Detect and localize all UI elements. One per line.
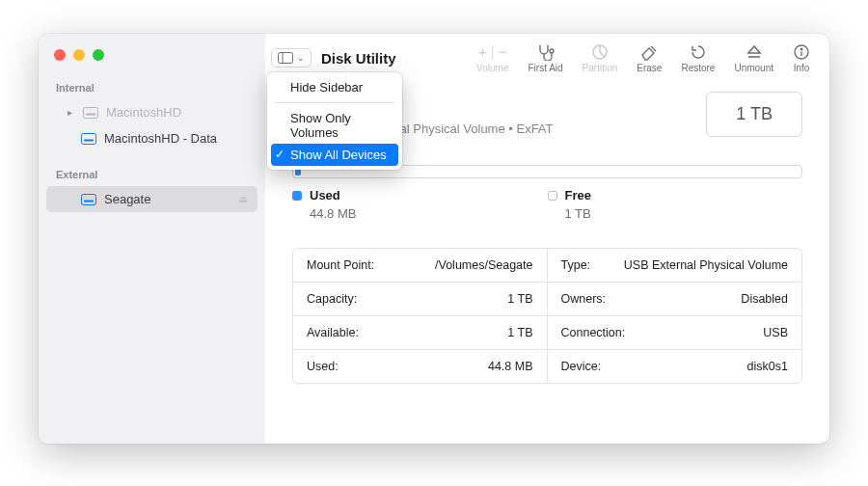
toolbar-label: Partition	[583, 63, 618, 73]
chevron-down-icon: ⌄	[297, 53, 305, 63]
free-swatch-icon	[548, 191, 557, 201]
svg-rect-1	[86, 113, 95, 115]
external-disk-icon	[81, 194, 96, 205]
usage-legend: Used 44.8 MB Free 1 TB	[292, 188, 802, 221]
internal-disk-icon	[83, 107, 98, 119]
toolbar-unmount-button[interactable]: Unmount	[726, 43, 781, 73]
sidebar: Internal ▸ MacintoshHD MacintoshHD - Dat…	[39, 34, 265, 444]
close-window-button[interactable]	[54, 49, 66, 61]
legend-free-value: 1 TB	[565, 206, 803, 221]
info-row: Type:USB External Physical Volume	[548, 249, 802, 283]
toolbar-restore-button[interactable]: Restore	[673, 43, 722, 73]
dropdown-hide-sidebar[interactable]: Hide Sidebar	[267, 76, 402, 98]
minus-icon: −	[499, 43, 507, 60]
disclosure-chevron-icon[interactable]: ▸	[68, 107, 75, 118]
capacity-box: 1 TB	[706, 92, 802, 137]
main-panel: ⌄ Disk Utility +|− Volume First Aid Part…	[265, 34, 829, 444]
sidebar-section-internal: Internal	[39, 78, 265, 99]
window-title: Disk Utility	[321, 50, 396, 67]
window-controls	[39, 45, 265, 78]
info-row: Used:44.8 MB	[293, 350, 548, 383]
info-row: Device:disk0s1	[548, 350, 802, 383]
svg-point-12	[800, 48, 802, 50]
restore-icon	[690, 43, 707, 61]
info-row: Connection:USB	[548, 316, 802, 350]
sidebar-item-label: MacintoshHD	[106, 105, 248, 120]
stethoscope-icon	[536, 43, 556, 61]
used-swatch-icon	[292, 191, 302, 201]
zoom-window-button[interactable]	[93, 49, 104, 61]
svg-rect-4	[82, 194, 96, 204]
dropdown-show-only-volumes[interactable]: Show Only Volumes	[267, 107, 402, 144]
sidebar-layout-icon	[278, 52, 293, 64]
sidebar-section-external: External	[39, 165, 265, 186]
eject-icon	[746, 43, 763, 61]
toolbar-label: Erase	[637, 63, 662, 73]
sidebar-item-seagate[interactable]: Seagate ⏏	[46, 186, 258, 212]
checkmark-icon: ✓	[275, 148, 285, 161]
svg-rect-6	[279, 53, 293, 64]
view-dropdown: Hide Sidebar Show Only Volumes ✓ Show Al…	[267, 72, 402, 170]
svg-rect-5	[84, 200, 94, 202]
info-row: Available:1 TB	[293, 316, 548, 350]
eject-icon[interactable]: ⏏	[238, 193, 248, 205]
svg-rect-3	[84, 139, 94, 141]
sidebar-item-macintoshhd-data[interactable]: MacintoshHD - Data	[46, 125, 258, 151]
disk-utility-window: Internal ▸ MacintoshHD MacintoshHD - Dat…	[39, 34, 829, 444]
info-table: Mount Point:/Volumes/Seagate Type:USB Ex…	[292, 248, 802, 384]
toolbar-label: Unmount	[734, 63, 773, 73]
sidebar-item-macintoshhd[interactable]: ▸ MacintoshHD	[46, 99, 258, 125]
info-row: Owners:Disabled	[548, 283, 802, 316]
sidebar-item-label: MacintoshHD - Data	[104, 131, 248, 146]
toolbar-info-button[interactable]: Info	[785, 43, 818, 73]
toolbar-erase-button[interactable]: Erase	[629, 43, 669, 73]
toolbar-volume-button[interactable]: +|− Volume	[469, 43, 516, 73]
toolbar-partition-button[interactable]: Partition	[575, 43, 626, 73]
toolbar-label: First Aid	[528, 63, 562, 73]
legend-used-value: 44.8 MB	[310, 206, 548, 221]
legend-free-label: Free	[565, 188, 591, 202]
view-mode-button[interactable]: ⌄	[271, 48, 312, 68]
dropdown-item-label: Show All Devices	[290, 148, 387, 162]
toolbar-label: Restore	[681, 63, 715, 73]
sidebar-item-label: Seagate	[104, 192, 231, 206]
toolbar-label: Volume	[476, 63, 508, 73]
toolbar-label: Info	[794, 63, 810, 73]
minimize-window-button[interactable]	[73, 49, 85, 61]
toolbar-firstaid-button[interactable]: First Aid	[520, 43, 570, 73]
svg-rect-2	[82, 133, 96, 144]
dropdown-separator	[275, 102, 394, 103]
internal-disk-icon	[81, 133, 96, 145]
info-icon	[793, 43, 810, 61]
info-row: Capacity:1 TB	[293, 283, 548, 316]
plus-icon: +	[478, 43, 487, 60]
dropdown-show-all-devices[interactable]: ✓ Show All Devices	[271, 144, 398, 166]
svg-rect-0	[84, 107, 98, 118]
legend-used-label: Used	[310, 188, 340, 202]
pie-icon	[591, 43, 609, 61]
erase-icon	[639, 43, 659, 61]
svg-point-8	[550, 49, 554, 53]
info-row: Mount Point:/Volumes/Seagate	[293, 249, 548, 283]
